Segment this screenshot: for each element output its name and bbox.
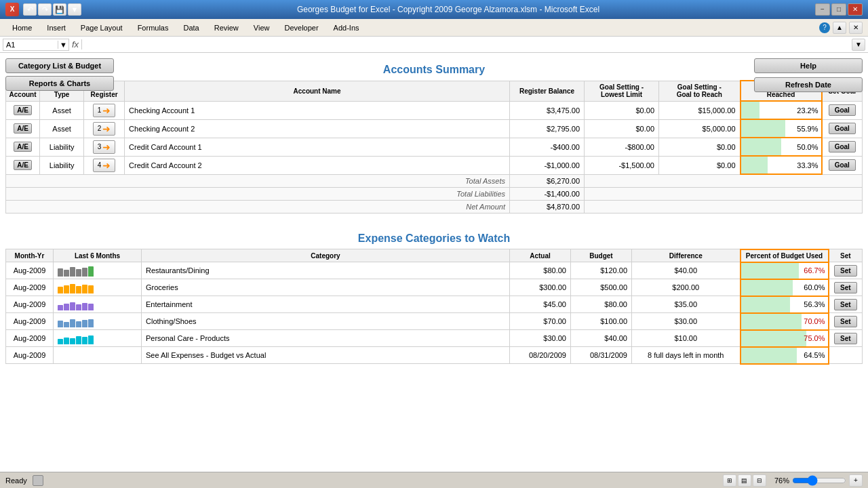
exp-category-5: See All Expenses - Budget vs Actual (142, 347, 510, 364)
set-goal-button-3[interactable]: Goal (829, 159, 856, 171)
exp-spark-2 (54, 296, 142, 313)
goto-button-3[interactable]: 4 ➜ (93, 159, 116, 172)
expense-row-3: Aug-2009 Clothing/Shoes $70.00 $100.00 $… (6, 313, 863, 330)
exp-category-4: Personal Care - Products (142, 330, 510, 347)
exp-set-cell-1: Set (829, 279, 863, 296)
set-button-1[interactable]: Set (834, 282, 857, 293)
exp-month-2: Aug-2009 (6, 296, 54, 313)
set-goal-button-1[interactable]: Goal (829, 123, 856, 134)
exp-spark-3 (54, 313, 142, 330)
exp-actual-5: 08/20/2009 (510, 347, 571, 364)
header-goal-lowest: Goal Setting -Lowest Limit (585, 81, 659, 101)
exp-budget-1: $500.00 (571, 279, 632, 296)
window-controls: − □ ✕ (815, 3, 863, 16)
exp-spark-4 (54, 330, 142, 347)
sparkline-1 (58, 281, 137, 293)
account-type-0: Asset (40, 101, 84, 119)
account-type-3: Liability (40, 156, 84, 174)
category-list-button[interactable]: Category List & Budget (5, 58, 114, 73)
total-value-1: -$1,400.00 (510, 187, 585, 200)
exp-percent-cell-1: 60.0% (741, 279, 829, 296)
percent-goal-cell-0: 23.2% (741, 101, 822, 119)
exp-header-percent: Percent of Budget Used (741, 249, 829, 262)
exp-header-difference: Difference (632, 249, 741, 262)
set-button-0[interactable]: Set (834, 265, 857, 277)
exp-actual-3: $70.00 (510, 313, 571, 330)
totals-row-0: Total Assets $6,270.00 (6, 174, 863, 187)
cell-ref-dropdown[interactable]: ▼ (58, 41, 68, 49)
menu-formulas[interactable]: Formulas (131, 22, 176, 33)
exp-budget-3: $100.00 (571, 313, 632, 330)
goal-lowest-1: $0.00 (585, 119, 659, 138)
ae-button-0[interactable]: A/E (14, 105, 32, 115)
minimize-button[interactable]: − (815, 3, 830, 16)
sparkline-3 (58, 315, 137, 327)
main-area: Category List & Budget Reports & Charts … (0, 53, 868, 472)
goal-reach-3: $0.00 (659, 156, 741, 174)
exp-header-set: Set (829, 249, 863, 262)
goto-button-0[interactable]: 1 ➜ (93, 104, 116, 117)
help-icon[interactable]: ? (819, 22, 830, 33)
expense-row-4: Aug-2009 Personal Care - Products $30.00… (6, 330, 863, 347)
title-left-controls: X ↶ ↷ 💾 ▼ (5, 3, 81, 16)
set-button-4[interactable]: Set (834, 333, 857, 344)
reports-charts-button[interactable]: Reports & Charts (5, 76, 114, 91)
undo-button[interactable]: ↶ (23, 3, 37, 16)
exp-percent-cell-5: 64.5% (741, 347, 829, 364)
exp-percent-cell-0: 66.7% (741, 262, 829, 279)
account-name-1: Checking Account 2 (125, 119, 510, 138)
exp-percent-cell-4: 75.0% (741, 330, 829, 347)
formula-expand-button[interactable]: ▼ (852, 39, 865, 51)
exp-category-0: Restaurants/Dining (142, 262, 510, 279)
help-button[interactable]: Help (754, 58, 863, 73)
ae-button-2[interactable]: A/E (14, 142, 32, 152)
accounts-row-0: A/E Asset 1 ➜ Checking Account 1 $3,475.… (6, 101, 863, 119)
redo-button[interactable]: ↷ (38, 3, 52, 16)
refresh-date-button[interactable]: Refresh Date (754, 77, 863, 92)
ae-button-3[interactable]: A/E (14, 160, 32, 170)
maximize-button[interactable]: □ (831, 3, 846, 16)
exp-set-cell-0: Set (829, 262, 863, 279)
ae-button-1[interactable]: A/E (14, 123, 32, 134)
close-excel-button[interactable]: ✕ (849, 22, 863, 34)
percent-goal-cell-2: 50.0% (741, 138, 822, 156)
exp-set-cell-3: Set (829, 313, 863, 330)
goto-button-1[interactable]: 2 ➜ (93, 122, 116, 136)
exp-percent-cell-2: 56.3% (741, 296, 829, 313)
exp-header-last6: Last 6 Months (54, 249, 142, 262)
menu-home[interactable]: Home (5, 22, 39, 33)
cell-reference[interactable]: A1 (3, 39, 58, 51)
close-button[interactable]: ✕ (848, 3, 863, 16)
register-balance-3: -$1,000.00 (510, 156, 585, 174)
percent-goal-cell-1: 55.9% (741, 119, 822, 138)
sparkline-2 (58, 298, 137, 310)
menu-review[interactable]: Review (208, 22, 245, 33)
set-button-3[interactable]: Set (834, 316, 857, 327)
header-account-name: Account Name (125, 81, 510, 101)
menu-page-layout[interactable]: Page Layout (74, 22, 130, 33)
goal-reach-0: $15,000.00 (659, 101, 741, 119)
formula-input[interactable] (85, 41, 849, 49)
exp-month-0: Aug-2009 (6, 262, 54, 279)
goal-reach-2: $0.00 (659, 138, 741, 156)
account-type-2: Liability (40, 138, 84, 156)
menu-addins[interactable]: Add-Ins (327, 22, 366, 33)
exp-set-cell-4: Set (829, 330, 863, 347)
menu-view[interactable]: View (247, 22, 277, 33)
set-button-2[interactable]: Set (834, 299, 857, 310)
goal-reach-1: $5,000.00 (659, 119, 741, 138)
goto-button-2[interactable]: 3 ➜ (93, 140, 116, 154)
menu-developer[interactable]: Developer (277, 22, 325, 33)
menu-insert[interactable]: Insert (40, 22, 73, 33)
save-button[interactable]: 💾 (53, 3, 66, 16)
exp-month-5: Aug-2009 (6, 347, 54, 364)
exp-header-budget: Budget (571, 249, 632, 262)
customize-button[interactable]: ▼ (68, 3, 81, 16)
ribbon-collapse-button[interactable]: ▲ (833, 22, 846, 34)
exp-difference-4: $10.00 (632, 330, 741, 347)
set-goal-button-2[interactable]: Goal (829, 141, 856, 152)
menu-data[interactable]: Data (176, 22, 205, 33)
set-goal-button-0[interactable]: Goal (829, 104, 856, 116)
header-goal-reach: Goal Setting -Goal to Reach (659, 81, 741, 101)
register-balance-2: -$400.00 (510, 138, 585, 156)
